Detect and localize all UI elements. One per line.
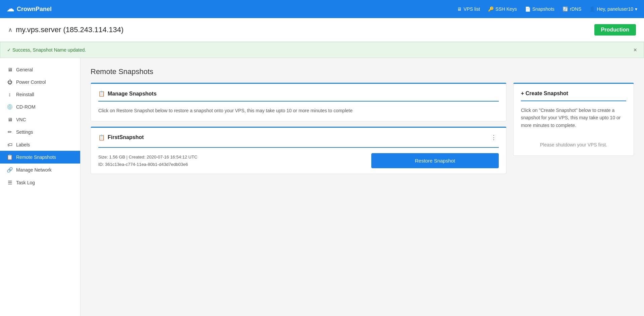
create-snapshot-description: Click on "Create Snapshot" below to crea… [521,107,626,129]
sidebar-label-reinstall: Reinstall [16,92,34,97]
snapshot-size-created: Size: 1.56 GB | Created: 2020-07-16 16:5… [98,153,197,161]
manage-snapshots-title: 📋 Manage Snapshots [98,90,499,97]
cards-main: 📋 Manage Snapshots Click on Restore Snap… [91,83,506,174]
snapshot-name-icon: 📋 [98,134,105,141]
sidebar-item-reinstall[interactable]: ↕ Reinstall [0,88,80,101]
snapshot-body: Size: 1.56 GB | Created: 2020-07-16 16:5… [98,153,499,168]
sidebar-item-labels[interactable]: 🏷 Labels [0,138,80,151]
snapshot-header: 📋 FirstSnapshot ⋮ [98,133,499,142]
snapshot-id: ID: 361c13ea-c774-11ea-80b1-d43d7edb03e6 [98,161,197,168]
sidebar-label-remote-snapshots: Remote Snapshots [16,154,56,160]
main-layout: 🖥 General ⏻ Power Control ↕ Reinstall 💿 … [0,58,644,316]
cloud-icon: ☁ [7,5,14,13]
production-badge: Production [594,24,636,36]
remote-snapshots-icon: 📋 [7,154,13,160]
sidebar-item-remote-snapshots[interactable]: 📋 Remote Snapshots [0,151,80,164]
alert-close-button[interactable]: × [633,47,637,53]
header-nav: 🖥 VPS list 🔑 SSH Keys 📄 Snapshots 🔄 rDNS… [457,6,637,12]
sidebar-label-vnc: VNC [16,117,26,122]
snapshot-menu-button[interactable]: ⋮ [489,133,499,142]
subheader: ∧ my.vps.server (185.243.114.134) Produc… [0,18,644,42]
cards-layout: 📋 Manage Snapshots Click on Restore Snap… [91,83,634,174]
snapshot-name: 📋 FirstSnapshot [98,134,144,141]
brand-name: CrownPanel [17,6,52,13]
reinstall-icon: ↕ [7,91,13,97]
alert-message: ✓ Success, Snapshot Name updated. [7,47,86,53]
settings-icon: ✏ [7,129,13,135]
labels-icon: 🏷 [7,142,13,147]
sidebar-label-labels: Labels [16,142,30,147]
subheader-title: ∧ my.vps.server (185.243.114.134) [8,25,123,34]
nav-user[interactable]: 👤 Hey, paneluser10 ▾ [589,6,637,12]
sidebar-label-manage-network: Manage Network [16,167,52,173]
manage-snapshots-icon: 📋 [98,90,105,97]
manage-snapshots-card: 📋 Manage Snapshots Click on Restore Snap… [91,83,506,121]
rdns-icon: 🔄 [562,6,568,12]
sidebar-item-vnc[interactable]: 🖥 VNC [0,113,80,126]
restore-snapshot-button[interactable]: Restore Snapshot [371,153,499,168]
nav-vps-list[interactable]: 🖥 VPS list [457,6,480,12]
ssh-keys-icon: 🔑 [488,6,494,12]
task-log-icon: ☰ [7,180,13,186]
page-title: Remote Snapshots [91,67,634,76]
nav-rdns[interactable]: 🔄 rDNS [562,6,581,12]
sidebar-item-power-control[interactable]: ⏻ Power Control [0,76,80,88]
nav-ssh-keys[interactable]: 🔑 SSH Keys [488,6,517,12]
server-title: my.vps.server (185.243.114.134) [16,25,123,34]
sidebar-label-general: General [16,67,33,72]
sidebar-item-task-log[interactable]: ☰ Task Log [0,176,80,189]
vnc-icon: 🖥 [7,117,13,122]
cdrom-icon: 💿 [7,104,13,110]
sidebar-label-settings: Settings [16,129,33,135]
sidebar: 🖥 General ⏻ Power Control ↕ Reinstall 💿 … [0,58,80,316]
sidebar-item-manage-network[interactable]: 🔗 Manage Network [0,164,80,176]
user-icon: 👤 [589,6,595,12]
vps-list-icon: 🖥 [457,6,462,12]
sidebar-label-cdrom: CD-ROM [16,104,36,110]
success-alert: ✓ Success, Snapshot Name updated. × [0,42,644,58]
sidebar-item-cdrom[interactable]: 💿 CD-ROM [0,101,80,113]
nav-snapshots[interactable]: 📄 Snapshots [525,6,554,12]
sidebar-label-task-log: Task Log [16,180,35,185]
create-snapshot-title: + Create Snapshot [521,90,626,97]
sidebar-item-settings[interactable]: ✏ Settings [0,126,80,138]
power-icon: ⏻ [7,79,13,85]
general-icon: 🖥 [7,67,13,72]
snapshot-card: 📋 FirstSnapshot ⋮ Size: 1.56 GB | Create… [91,127,506,174]
sidebar-label-power: Power Control [16,79,46,85]
snapshots-icon: 📄 [525,6,531,12]
brand[interactable]: ☁ CrownPanel [7,5,52,13]
create-snapshot-note: Please shutdown your VPS first. [521,141,626,148]
chevron-down-icon: ▾ [635,6,637,12]
main-content: Remote Snapshots 📋 Manage Snapshots Clic… [80,58,644,316]
manage-snapshots-description: Click on Restore Snapshot below to resto… [98,107,499,114]
create-snapshot-card: + Create Snapshot Click on "Create Snaps… [513,83,634,156]
header: ☁ CrownPanel 🖥 VPS list 🔑 SSH Keys 📄 Sna… [0,0,644,18]
manage-network-icon: 🔗 [7,167,13,173]
snapshot-meta: Size: 1.56 GB | Created: 2020-07-16 16:5… [98,153,197,168]
sidebar-item-general[interactable]: 🖥 General [0,63,80,76]
collapse-icon[interactable]: ∧ [8,26,12,34]
